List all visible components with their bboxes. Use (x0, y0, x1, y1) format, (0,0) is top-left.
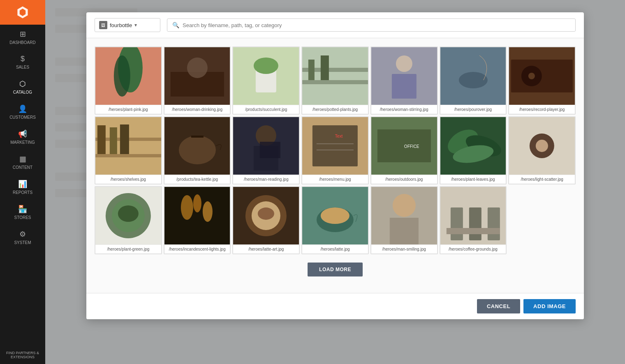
image-item[interactable]: /heroes/latte.jpg (301, 186, 369, 254)
sidebar-item-dashboard[interactable]: ⊞ DASHBOARD (0, 25, 45, 50)
sidebar-item-stores[interactable]: 🏪 STORES (0, 200, 45, 225)
sidebar-item-label: STORES (14, 215, 31, 220)
image-item[interactable]: OFFICE /heroes/outdoors.jpg (370, 116, 438, 184)
system-icon: ⚙ (19, 230, 26, 239)
image-thumbnail (371, 47, 437, 105)
image-caption: /heroes/plant-leaves.jpg (440, 175, 506, 184)
image-item[interactable]: /heroes/potted-plants.jpg (301, 46, 369, 115)
image-item[interactable]: /heroes/shelves.jpg (95, 116, 162, 184)
svg-rect-10 (302, 80, 368, 84)
image-item[interactable]: /heroes/man-reading.jpg (232, 116, 300, 184)
image-item[interactable]: /heroes/coffee-grounds.jpg (440, 186, 507, 254)
add-image-button[interactable]: ADD IMAGE (523, 299, 576, 313)
marketing-icon: 📢 (18, 129, 27, 138)
sidebar-item-content[interactable]: ▦ CONTENT (0, 150, 45, 175)
svg-point-15 (396, 55, 412, 72)
sidebar-item-label: DASHBOARD (9, 40, 35, 45)
svg-point-56 (181, 195, 193, 220)
svg-point-30 (179, 136, 216, 164)
image-thumbnail (95, 117, 161, 175)
sidebar-item-label: REPORTS (13, 190, 32, 195)
image-item[interactable]: Text /heroes/menu.jpg (301, 116, 369, 184)
modal-footer: CANCEL ADD IMAGE (86, 293, 584, 319)
svg-rect-13 (321, 55, 329, 80)
svg-rect-35 (260, 142, 280, 158)
image-item[interactable]: /heroes/woman-stirring.jpg (370, 46, 438, 115)
image-caption: /heroes/light-scatter.jpg (509, 175, 575, 184)
image-thumbnail (233, 47, 299, 105)
sidebar-item-reports[interactable]: 📊 REPORTS (0, 175, 45, 200)
image-item[interactable]: /heroes/man-smiling.jpg (370, 186, 438, 254)
sidebar: ⊞ DASHBOARD $ SALES ⬡ CATALOG 👤 CUSTOMER… (0, 0, 45, 364)
sidebar-item-marketing[interactable]: 📢 MARKETING (0, 124, 45, 150)
image-thumbnail (164, 47, 230, 105)
sidebar-item-find-extensions[interactable]: FIND PARTNERS & EXTENSIONS (0, 346, 45, 364)
main-area: 🖼 fourbottle ▾ 🔍 (45, 0, 625, 364)
image-caption: /heroes/shelves.jpg (95, 175, 161, 184)
image-item[interactable]: /heroes/light-scatter.jpg (508, 116, 576, 184)
image-item[interactable]: /heroes/record-player.jpg (508, 46, 576, 115)
image-item[interactable]: /heroes/latte-art.jpg (232, 186, 300, 254)
image-item[interactable]: /heroes/woman-drinking.jpg (164, 46, 231, 115)
load-more-button[interactable]: LOAD MORE (308, 263, 363, 276)
chevron-down-icon: ▾ (134, 22, 156, 28)
image-thumbnail (233, 187, 299, 244)
image-thumbnail (164, 187, 230, 244)
svg-point-50 (536, 140, 548, 152)
image-item[interactable]: /heroes/plant-leaves.jpg (440, 116, 507, 184)
modal-body[interactable]: /heroes/plant-pink.jpg /heroes/woman-dri… (86, 38, 584, 293)
svg-point-54 (118, 205, 139, 222)
image-thumbnail (302, 47, 368, 105)
image-caption: /heroes/coffee-grounds.jpg (440, 244, 506, 253)
source-selector[interactable]: 🖼 fourbottle ▾ (95, 18, 160, 32)
image-item[interactable]: /heroes/incandescent-lights.jpg (164, 186, 231, 254)
image-item[interactable]: /heroes/pourover.jpg (440, 46, 507, 115)
image-caption: /heroes/plant-pink.jpg (95, 105, 161, 114)
image-item[interactable]: /heroes/plant-pink.jpg (95, 46, 162, 115)
image-item[interactable]: /heroes/plant-green.jpg (95, 186, 162, 254)
image-caption: /heroes/plant-green.jpg (95, 244, 161, 253)
search-input[interactable] (183, 22, 570, 28)
load-more-section: LOAD MORE (95, 254, 576, 285)
image-caption: /heroes/incandescent-lights.jpg (164, 244, 230, 253)
svg-rect-68 (390, 218, 419, 244)
sidebar-item-label: CUSTOMERS (9, 115, 36, 120)
image-thumbnail (164, 117, 230, 175)
svg-point-8 (254, 58, 278, 74)
image-item[interactable]: /products/succulent.jpg (232, 46, 300, 115)
image-item[interactable]: /products/tea-kettle.jpg (164, 116, 231, 184)
svg-rect-73 (446, 228, 500, 234)
svg-rect-12 (308, 60, 315, 80)
dashboard-icon: ⊞ (20, 30, 26, 39)
sidebar-item-customers[interactable]: 👤 CUSTOMERS (0, 99, 45, 124)
image-thumbnail (95, 187, 161, 244)
svg-text:Text: Text (335, 134, 343, 138)
svg-point-18 (458, 72, 487, 88)
image-thumbnail (509, 117, 575, 175)
cancel-button[interactable]: CANCEL (477, 299, 520, 313)
image-caption: /products/succulent.jpg (233, 105, 299, 114)
image-thumbnail (509, 47, 575, 105)
sidebar-item-system[interactable]: ⚙ SYSTEM (0, 225, 45, 250)
sidebar-item-catalog[interactable]: ⬡ CATALOG (0, 74, 45, 99)
source-name: fourbottle (110, 22, 132, 28)
sidebar-item-label: CONTENT (13, 165, 32, 170)
svg-rect-70 (450, 207, 463, 240)
svg-point-62 (258, 207, 274, 220)
image-thumbnail: OFFICE (371, 117, 437, 175)
image-caption: /heroes/man-smiling.jpg (371, 244, 437, 253)
image-caption: /heroes/outdoors.jpg (371, 175, 437, 184)
image-thumbnail (440, 117, 506, 175)
image-gallery-modal: 🖼 fourbottle ▾ 🔍 (86, 12, 584, 319)
sidebar-item-sales[interactable]: $ SALES (0, 50, 45, 74)
reports-icon: 📊 (18, 180, 27, 189)
sidebar-item-label: MARKETING (10, 140, 35, 145)
svg-text:OFFICE: OFFICE (404, 144, 419, 149)
sidebar-item-label: SALES (16, 65, 29, 69)
image-caption: /heroes/potted-plants.jpg (302, 105, 368, 114)
svg-point-22 (528, 73, 535, 79)
svg-rect-71 (469, 207, 481, 240)
image-thumbnail (302, 187, 368, 244)
svg-rect-28 (120, 124, 129, 154)
svg-point-65 (321, 207, 350, 224)
